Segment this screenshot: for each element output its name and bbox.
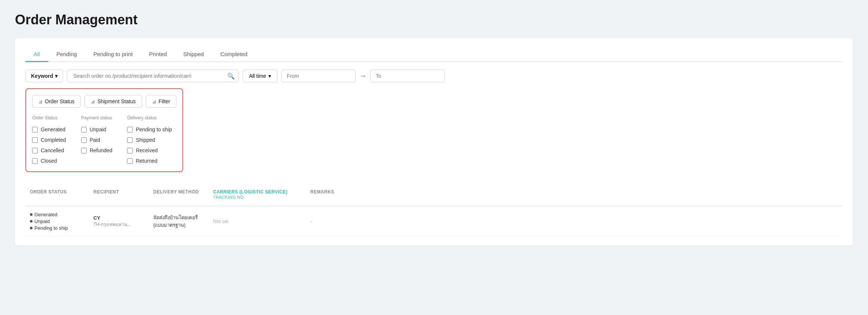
filter-icon-shipment: ⊿ (91, 99, 95, 104)
table-row: Generated Unpaid Pending to ship CY (25, 207, 843, 236)
order-status-header: Order Status (32, 115, 66, 120)
delivery-status-column: Delivery status Pending to ship Shipped … (127, 115, 172, 165)
search-row: Keyword ▾ 🔍 All time ▾ → (25, 70, 843, 82)
status-unpaid-text: Unpaid (34, 218, 50, 224)
shipment-status-filter-button[interactable]: ⊿ Shipment Status (84, 95, 142, 108)
checkbox-completed[interactable]: Completed (32, 135, 66, 144)
order-status-badges: Generated Unpaid Pending to ship (30, 212, 84, 231)
th-remarks: REMARKS (306, 187, 351, 202)
tab-completed[interactable]: Completed (212, 47, 256, 62)
filter-button-label: Filter (158, 98, 170, 104)
checkbox-paid-input[interactable] (81, 137, 87, 143)
checkbox-unpaid-input[interactable] (81, 127, 87, 132)
delivery-status-header: Delivery status (127, 115, 172, 120)
content-card: All Pending Pending to print Printed Shi… (15, 38, 853, 245)
carriers-label: CARRIERS (213, 189, 238, 195)
filter-icon-order: ⊿ (39, 99, 43, 104)
dot-unpaid (30, 220, 33, 223)
alltime-chevron-icon: ▾ (268, 73, 271, 79)
filter-panel: ⊿ Order Status ⊿ Shipment Status ⊿ Filte… (25, 88, 183, 172)
filter-button[interactable]: ⊿ Filter (146, 95, 176, 108)
tab-shipped[interactable]: Shipped (175, 47, 212, 62)
tab-pending[interactable]: Pending (48, 47, 85, 62)
dot-pending-to-ship (30, 227, 33, 229)
tab-printed[interactable]: Printed (141, 47, 175, 62)
checkbox-refunded-label: Refunded (90, 147, 113, 153)
checkbox-closed-label: Closed (41, 158, 57, 164)
th-carriers: CARRIERS (Logistic Service) Tracking no. (209, 187, 306, 202)
to-date-input[interactable] (370, 70, 445, 82)
order-status-filter-button[interactable]: ⊿ Order Status (32, 95, 81, 108)
checkbox-paid[interactable]: Paid (81, 135, 113, 144)
checkbox-closed-input[interactable] (32, 158, 38, 164)
badge-unpaid: Unpaid (30, 218, 84, 224)
carriers-not-set: Not set (213, 218, 228, 224)
keyword-label: Keyword (31, 73, 53, 79)
checkbox-pending-to-ship[interactable]: Pending to ship (127, 125, 172, 134)
checkbox-pending-to-ship-input[interactable] (127, 127, 133, 132)
filter-icon-main: ⊿ (152, 99, 156, 104)
filter-buttons-row: ⊿ Order Status ⊿ Shipment Status ⊿ Filte… (32, 95, 176, 108)
date-arrow-icon: → (360, 72, 366, 80)
checkbox-completed-input[interactable] (32, 137, 38, 143)
th-recipient: RECIPIENT (89, 187, 149, 202)
checkbox-received-input[interactable] (127, 148, 133, 153)
carriers-logistic-sub: (Logistic Service) (239, 189, 287, 195)
search-input-wrap: 🔍 (67, 70, 239, 82)
th-delivery-method: DELIVERY METHOD (149, 187, 209, 202)
td-delivery-method: จัดส่งถึงบ้านโดยเคอรี่ (แบบมาตรฐาน) (149, 214, 209, 229)
checkbox-returned[interactable]: Returned (127, 156, 172, 165)
checkbox-cancelled-input[interactable] (32, 148, 38, 153)
delivery-method-text: จัดส่งถึงบ้านโดยเคอรี่ (แบบมาตรฐาน) (153, 214, 204, 229)
dot-generated (30, 213, 33, 216)
checkbox-cancelled-label: Cancelled (41, 147, 64, 153)
tab-all[interactable]: All (25, 47, 48, 62)
search-icon: 🔍 (227, 73, 235, 79)
tabs-row: All Pending Pending to print Printed Shi… (25, 47, 843, 62)
tracking-no-label: Tracking no. (213, 195, 245, 199)
td-recipient: CY TH-กรุงเทพมหาน... (89, 215, 149, 228)
alltime-label: All time (249, 73, 266, 79)
page-title: Order Management (15, 12, 853, 28)
orders-table: ORDER STATUS RECIPIENT DELIVERY METHOD C… (25, 183, 843, 236)
checkbox-returned-input[interactable] (127, 158, 133, 164)
checkbox-shipped-input[interactable] (127, 137, 133, 143)
alltime-dropdown-button[interactable]: All time ▾ (243, 70, 277, 82)
td-remarks: - (306, 218, 351, 225)
status-pending-text: Pending to ship (34, 225, 68, 231)
checkbox-received[interactable]: Received (127, 146, 172, 155)
checkbox-refunded[interactable]: Refunded (81, 146, 113, 155)
badge-generated: Generated (30, 212, 84, 217)
keyword-chevron-icon: ▾ (55, 73, 58, 79)
order-status-column: Order Status Generated Completed Cancell… (32, 115, 66, 165)
th-order-status: ORDER STATUS (25, 187, 89, 202)
checkbox-unpaid-label: Unpaid (90, 126, 106, 132)
checkbox-closed[interactable]: Closed (32, 156, 66, 165)
search-icon-button[interactable]: 🔍 (227, 73, 235, 80)
checkbox-cancelled[interactable]: Cancelled (32, 146, 66, 155)
td-carriers: Not set (209, 218, 306, 224)
shipment-status-button-label: Shipment Status (97, 98, 136, 104)
checkbox-paid-label: Paid (90, 137, 100, 143)
checkbox-refunded-input[interactable] (81, 148, 87, 153)
checkbox-shipped-label: Shipped (136, 137, 155, 143)
filter-dropdown-panel: Order Status Generated Completed Cancell… (32, 113, 176, 165)
checkbox-generated[interactable]: Generated (32, 125, 66, 134)
status-generated-text: Generated (34, 212, 57, 217)
badge-pending-to-ship: Pending to ship (30, 225, 84, 231)
checkbox-unpaid[interactable]: Unpaid (81, 125, 113, 134)
tab-pending-to-print[interactable]: Pending to print (85, 47, 141, 62)
remarks-value: - (310, 218, 312, 224)
from-date-input[interactable] (281, 70, 356, 82)
checkbox-generated-input[interactable] (32, 127, 38, 132)
checkbox-shipped[interactable]: Shipped (127, 135, 172, 144)
recipient-sub: TH-กรุงเทพมหาน... (93, 221, 144, 228)
payment-status-header: Payment status (81, 115, 113, 120)
td-order-status: Generated Unpaid Pending to ship (25, 212, 89, 231)
payment-status-column: Payment status Unpaid Paid Refunded (81, 115, 113, 165)
search-input[interactable] (71, 70, 227, 82)
order-status-button-label: Order Status (45, 98, 74, 104)
keyword-dropdown-button[interactable]: Keyword ▾ (25, 70, 63, 82)
recipient-name: CY (93, 215, 144, 221)
checkbox-returned-label: Returned (136, 158, 157, 164)
